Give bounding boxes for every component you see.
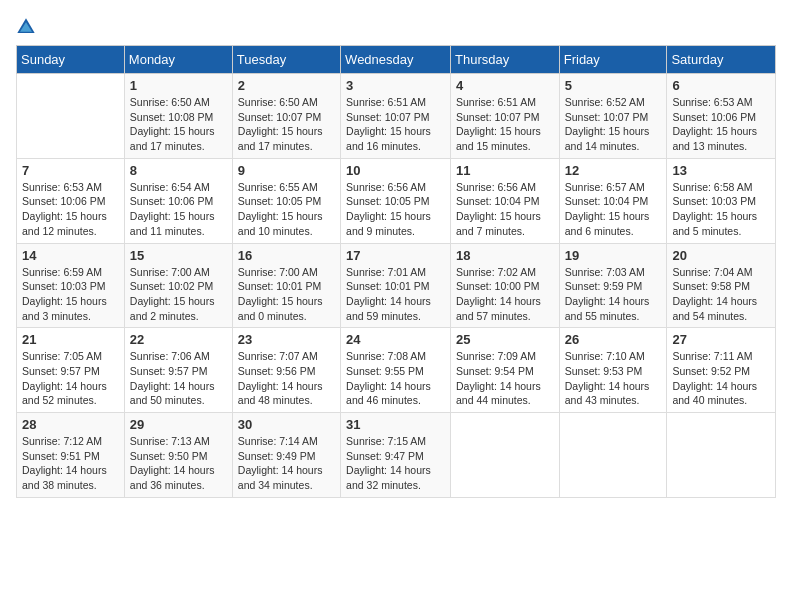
calendar-cell: 5Sunrise: 6:52 AMSunset: 10:07 PMDayligh… <box>559 74 667 159</box>
day-number: 22 <box>130 332 227 347</box>
weekday-header: Wednesday <box>341 46 451 74</box>
day-number: 28 <box>22 417 119 432</box>
day-number: 31 <box>346 417 445 432</box>
day-info: Sunrise: 7:11 AMSunset: 9:52 PMDaylight:… <box>672 349 770 408</box>
day-number: 8 <box>130 163 227 178</box>
day-number: 9 <box>238 163 335 178</box>
day-info: Sunrise: 6:53 AMSunset: 10:06 PMDaylight… <box>672 95 770 154</box>
day-number: 15 <box>130 248 227 263</box>
logo-icon <box>16 17 36 37</box>
day-info: Sunrise: 6:55 AMSunset: 10:05 PMDaylight… <box>238 180 335 239</box>
calendar-week-row: 14Sunrise: 6:59 AMSunset: 10:03 PMDaylig… <box>17 243 776 328</box>
day-info: Sunrise: 7:10 AMSunset: 9:53 PMDaylight:… <box>565 349 662 408</box>
weekday-header: Friday <box>559 46 667 74</box>
day-info: Sunrise: 7:07 AMSunset: 9:56 PMDaylight:… <box>238 349 335 408</box>
day-number: 29 <box>130 417 227 432</box>
day-number: 25 <box>456 332 554 347</box>
calendar-cell: 11Sunrise: 6:56 AMSunset: 10:04 PMDaylig… <box>451 158 560 243</box>
day-number: 4 <box>456 78 554 93</box>
day-number: 26 <box>565 332 662 347</box>
day-info: Sunrise: 6:56 AMSunset: 10:05 PMDaylight… <box>346 180 445 239</box>
day-info: Sunrise: 6:54 AMSunset: 10:06 PMDaylight… <box>130 180 227 239</box>
calendar-cell: 17Sunrise: 7:01 AMSunset: 10:01 PMDaylig… <box>341 243 451 328</box>
day-number: 27 <box>672 332 770 347</box>
calendar-cell: 9Sunrise: 6:55 AMSunset: 10:05 PMDayligh… <box>232 158 340 243</box>
calendar-table: SundayMondayTuesdayWednesdayThursdayFrid… <box>16 45 776 498</box>
calendar-cell: 29Sunrise: 7:13 AMSunset: 9:50 PMDayligh… <box>124 413 232 498</box>
calendar-cell: 25Sunrise: 7:09 AMSunset: 9:54 PMDayligh… <box>451 328 560 413</box>
weekday-header: Monday <box>124 46 232 74</box>
day-info: Sunrise: 6:51 AMSunset: 10:07 PMDaylight… <box>456 95 554 154</box>
day-info: Sunrise: 6:53 AMSunset: 10:06 PMDaylight… <box>22 180 119 239</box>
day-info: Sunrise: 6:57 AMSunset: 10:04 PMDaylight… <box>565 180 662 239</box>
day-info: Sunrise: 7:02 AMSunset: 10:00 PMDaylight… <box>456 265 554 324</box>
day-number: 5 <box>565 78 662 93</box>
day-number: 12 <box>565 163 662 178</box>
day-info: Sunrise: 7:09 AMSunset: 9:54 PMDaylight:… <box>456 349 554 408</box>
day-number: 6 <box>672 78 770 93</box>
calendar-cell: 15Sunrise: 7:00 AMSunset: 10:02 PMDaylig… <box>124 243 232 328</box>
day-number: 10 <box>346 163 445 178</box>
day-info: Sunrise: 7:04 AMSunset: 9:58 PMDaylight:… <box>672 265 770 324</box>
day-number: 11 <box>456 163 554 178</box>
day-number: 16 <box>238 248 335 263</box>
weekday-header: Sunday <box>17 46 125 74</box>
day-info: Sunrise: 6:51 AMSunset: 10:07 PMDaylight… <box>346 95 445 154</box>
calendar-cell <box>17 74 125 159</box>
day-number: 17 <box>346 248 445 263</box>
calendar-cell <box>667 413 776 498</box>
day-info: Sunrise: 7:00 AMSunset: 10:01 PMDaylight… <box>238 265 335 324</box>
day-number: 30 <box>238 417 335 432</box>
day-info: Sunrise: 6:56 AMSunset: 10:04 PMDaylight… <box>456 180 554 239</box>
day-number: 24 <box>346 332 445 347</box>
day-info: Sunrise: 7:05 AMSunset: 9:57 PMDaylight:… <box>22 349 119 408</box>
day-number: 20 <box>672 248 770 263</box>
calendar-cell: 24Sunrise: 7:08 AMSunset: 9:55 PMDayligh… <box>341 328 451 413</box>
day-number: 19 <box>565 248 662 263</box>
logo <box>16 16 40 37</box>
weekday-header: Saturday <box>667 46 776 74</box>
day-info: Sunrise: 7:08 AMSunset: 9:55 PMDaylight:… <box>346 349 445 408</box>
calendar-cell: 30Sunrise: 7:14 AMSunset: 9:49 PMDayligh… <box>232 413 340 498</box>
day-number: 7 <box>22 163 119 178</box>
calendar-cell: 3Sunrise: 6:51 AMSunset: 10:07 PMDayligh… <box>341 74 451 159</box>
calendar-cell <box>451 413 560 498</box>
calendar-cell: 23Sunrise: 7:07 AMSunset: 9:56 PMDayligh… <box>232 328 340 413</box>
calendar-cell: 27Sunrise: 7:11 AMSunset: 9:52 PMDayligh… <box>667 328 776 413</box>
calendar-cell: 10Sunrise: 6:56 AMSunset: 10:05 PMDaylig… <box>341 158 451 243</box>
page-header <box>16 16 776 37</box>
calendar-cell: 28Sunrise: 7:12 AMSunset: 9:51 PMDayligh… <box>17 413 125 498</box>
day-number: 13 <box>672 163 770 178</box>
day-info: Sunrise: 6:59 AMSunset: 10:03 PMDaylight… <box>22 265 119 324</box>
calendar-cell: 6Sunrise: 6:53 AMSunset: 10:06 PMDayligh… <box>667 74 776 159</box>
calendar-week-row: 1Sunrise: 6:50 AMSunset: 10:08 PMDayligh… <box>17 74 776 159</box>
day-info: Sunrise: 7:14 AMSunset: 9:49 PMDaylight:… <box>238 434 335 493</box>
day-number: 23 <box>238 332 335 347</box>
calendar-cell: 22Sunrise: 7:06 AMSunset: 9:57 PMDayligh… <box>124 328 232 413</box>
day-info: Sunrise: 7:00 AMSunset: 10:02 PMDaylight… <box>130 265 227 324</box>
day-info: Sunrise: 6:52 AMSunset: 10:07 PMDaylight… <box>565 95 662 154</box>
day-info: Sunrise: 7:03 AMSunset: 9:59 PMDaylight:… <box>565 265 662 324</box>
calendar-cell: 8Sunrise: 6:54 AMSunset: 10:06 PMDayligh… <box>124 158 232 243</box>
calendar-cell: 20Sunrise: 7:04 AMSunset: 9:58 PMDayligh… <box>667 243 776 328</box>
calendar-cell: 18Sunrise: 7:02 AMSunset: 10:00 PMDaylig… <box>451 243 560 328</box>
calendar-week-row: 28Sunrise: 7:12 AMSunset: 9:51 PMDayligh… <box>17 413 776 498</box>
day-number: 2 <box>238 78 335 93</box>
calendar-week-row: 21Sunrise: 7:05 AMSunset: 9:57 PMDayligh… <box>17 328 776 413</box>
calendar-cell: 13Sunrise: 6:58 AMSunset: 10:03 PMDaylig… <box>667 158 776 243</box>
calendar-cell <box>559 413 667 498</box>
day-info: Sunrise: 7:12 AMSunset: 9:51 PMDaylight:… <box>22 434 119 493</box>
calendar-cell: 7Sunrise: 6:53 AMSunset: 10:06 PMDayligh… <box>17 158 125 243</box>
weekday-header: Thursday <box>451 46 560 74</box>
calendar-cell: 1Sunrise: 6:50 AMSunset: 10:08 PMDayligh… <box>124 74 232 159</box>
calendar-week-row: 7Sunrise: 6:53 AMSunset: 10:06 PMDayligh… <box>17 158 776 243</box>
calendar-cell: 4Sunrise: 6:51 AMSunset: 10:07 PMDayligh… <box>451 74 560 159</box>
day-number: 14 <box>22 248 119 263</box>
day-number: 3 <box>346 78 445 93</box>
weekday-header: Tuesday <box>232 46 340 74</box>
calendar-cell: 19Sunrise: 7:03 AMSunset: 9:59 PMDayligh… <box>559 243 667 328</box>
weekday-header-row: SundayMondayTuesdayWednesdayThursdayFrid… <box>17 46 776 74</box>
day-info: Sunrise: 7:06 AMSunset: 9:57 PMDaylight:… <box>130 349 227 408</box>
calendar-cell: 14Sunrise: 6:59 AMSunset: 10:03 PMDaylig… <box>17 243 125 328</box>
calendar-cell: 16Sunrise: 7:00 AMSunset: 10:01 PMDaylig… <box>232 243 340 328</box>
